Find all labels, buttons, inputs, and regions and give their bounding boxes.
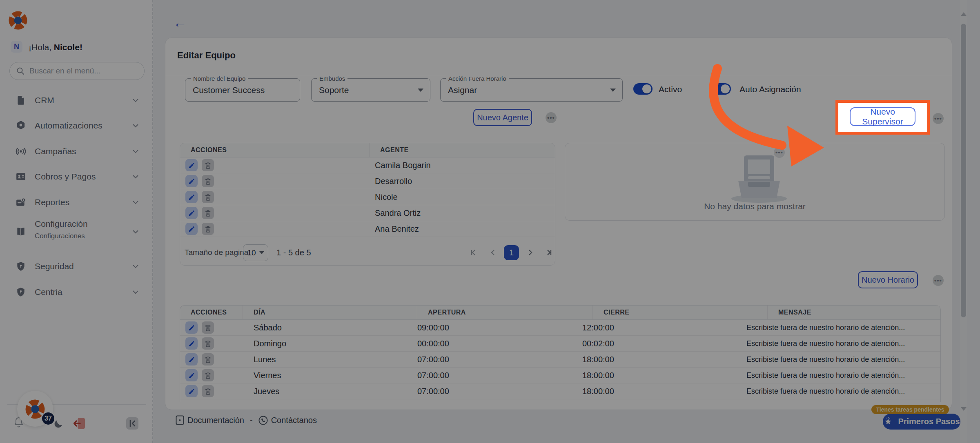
funnels-label: Embudos — [317, 75, 347, 82]
agents-pagination: Tamaño de pagina 10 1 - 5 de 5 1 — [185, 244, 551, 261]
report-icon — [16, 197, 26, 208]
delete-button[interactable] — [202, 191, 214, 203]
delete-button[interactable] — [202, 321, 214, 334]
schedule-table-header: ACCIONES DÍA APERTURA CIERRE MENSAJE — [180, 306, 940, 320]
delete-button[interactable] — [202, 385, 214, 397]
team-name-field: Nombre del Equipo — [185, 78, 300, 102]
page-size-select[interactable]: 10 — [243, 244, 268, 261]
notification-badge[interactable]: 37 — [41, 412, 55, 425]
delete-button[interactable] — [202, 353, 214, 365]
edit-button[interactable] — [185, 191, 198, 203]
supervisor-more-options-button[interactable]: ••• — [933, 113, 944, 124]
chevron-down-icon — [132, 175, 139, 179]
edit-button[interactable] — [185, 321, 198, 334]
sidebar-item-centria[interactable]: Centria — [0, 279, 153, 305]
sidebar-item-seguridad[interactable]: Seguridad — [0, 254, 153, 279]
active-toggle-label: Activo — [659, 84, 682, 94]
schedule-message: Escribiste fuera de nuestro horario de a… — [736, 387, 940, 396]
agent-row: Camila Bogarin — [180, 157, 555, 173]
delete-button[interactable] — [202, 159, 214, 171]
schedule-message: Escribiste fuera de nuestro horario de a… — [736, 355, 940, 364]
agent-row: Sandra Ortiz — [180, 205, 555, 221]
sidebar-item-automatizaciones[interactable]: Automatizaciones — [0, 113, 153, 138]
documentation-link[interactable]: Documentación — [176, 415, 244, 425]
scrollbar[interactable] — [960, 0, 967, 443]
edit-button[interactable] — [185, 175, 198, 187]
off-hours-action-select[interactable]: Acción Fuera Horario Asignar — [440, 78, 623, 102]
scrollbar-thumb[interactable] — [961, 24, 966, 317]
sidebar-item-crm[interactable]: CRM — [0, 88, 153, 113]
app-logo-icon — [8, 11, 28, 30]
new-supervisor-button[interactable]: Nuevo Supervisor — [850, 107, 915, 126]
first-steps-button[interactable]: Primeros Pasos — [883, 414, 960, 430]
shield-icon — [16, 261, 26, 272]
schedule-close: 18:00:00 — [572, 387, 736, 396]
collapse-sidebar-icon[interactable] — [126, 417, 139, 430]
back-button[interactable]: ← — [173, 16, 187, 29]
logout-icon[interactable] — [74, 417, 86, 430]
edit-button[interactable] — [185, 353, 198, 365]
new-agent-button[interactable]: Nuevo Agente — [473, 109, 532, 126]
page-range: 1 - 5 de 5 — [276, 248, 311, 257]
edit-button[interactable] — [185, 369, 198, 381]
tutorial-highlight-box: Nuevo Supervisor — [835, 100, 930, 135]
agent-name: Desarrollo — [364, 177, 412, 186]
broadcast-icon — [16, 146, 26, 157]
first-page-button[interactable] — [466, 245, 482, 260]
column-header-acciones: ACCIONES — [180, 143, 370, 157]
sidebar-item-reportes[interactable]: Reportes — [0, 190, 153, 215]
column-header-mensaje: MENSAJE — [768, 306, 940, 319]
delete-button[interactable] — [202, 369, 214, 381]
edit-button[interactable] — [185, 159, 198, 171]
schedule-open: 07:00:00 — [407, 387, 572, 396]
schedule-row: Domingo 00:00:00 00:02:00 Escribiste fue… — [180, 336, 940, 352]
sidebar-item-cobros-y-pagos[interactable]: Cobros y Pagos — [0, 164, 153, 189]
column-header-apertura: APERTURA — [417, 306, 593, 319]
edit-button[interactable] — [185, 223, 198, 235]
schedule-row: Sábado 09:00:00 12:00:00 Escribiste fuer… — [180, 320, 940, 336]
schedule-message: Escribiste fuera de nuestro horario de a… — [736, 371, 940, 380]
active-toggle[interactable] — [633, 83, 653, 95]
auto-assign-toggle[interactable] — [712, 83, 731, 95]
search-input[interactable] — [29, 66, 127, 75]
caret-down-icon — [418, 89, 423, 92]
off-hours-action-value: Asignar — [448, 85, 602, 95]
agent-name: Ana Benitez — [364, 224, 419, 234]
schedule-message: Escribiste fuera de nuestro horario de a… — [736, 323, 940, 332]
schedule-more-options-button[interactable]: ••• — [933, 275, 944, 286]
delete-button[interactable] — [202, 223, 214, 235]
pending-tasks-badge: Tienes tareas pendientes — [871, 405, 949, 414]
file-icon — [16, 95, 26, 106]
new-schedule-button[interactable]: Nuevo Horario — [858, 271, 918, 288]
auto-assign-toggle-label: Auto Asignación — [739, 84, 801, 94]
delete-button[interactable] — [202, 175, 214, 187]
funnels-select[interactable]: Embudos Soporte — [311, 78, 430, 102]
schedule-row: Lunes 07:00:00 18:00:00 Escribiste fuera… — [180, 352, 940, 368]
delete-button[interactable] — [202, 207, 214, 219]
automation-icon — [16, 120, 26, 131]
delete-button[interactable] — [202, 337, 214, 350]
team-name-input[interactable] — [193, 85, 290, 95]
user-avatar[interactable]: N — [11, 41, 22, 53]
next-page-button[interactable] — [523, 245, 538, 260]
edit-button[interactable] — [185, 207, 198, 219]
toggle-knob — [721, 84, 730, 93]
last-page-button[interactable] — [541, 245, 556, 260]
edit-button[interactable] — [185, 385, 198, 397]
scroll-down-icon[interactable] — [961, 407, 967, 411]
phone-icon — [258, 416, 268, 425]
id-card-icon — [16, 171, 26, 182]
sidebar-item-campanas[interactable]: Campañas — [0, 139, 153, 164]
search-icon — [16, 67, 24, 75]
schedule-close: 18:00:00 — [572, 371, 736, 380]
page-number-button[interactable]: 1 — [504, 245, 519, 260]
agent-more-options-button[interactable]: ••• — [546, 112, 557, 123]
previous-page-button[interactable] — [485, 245, 501, 260]
contact-link[interactable]: Contáctanos — [258, 416, 317, 425]
scroll-up-icon[interactable] — [961, 12, 967, 16]
star-icon — [883, 417, 893, 427]
edit-button[interactable] — [185, 337, 198, 350]
book-icon — [16, 226, 26, 237]
sidebar-item-configuracion[interactable]: Configuración Configuraciones — [0, 216, 153, 248]
chevron-down-icon — [132, 149, 139, 153]
